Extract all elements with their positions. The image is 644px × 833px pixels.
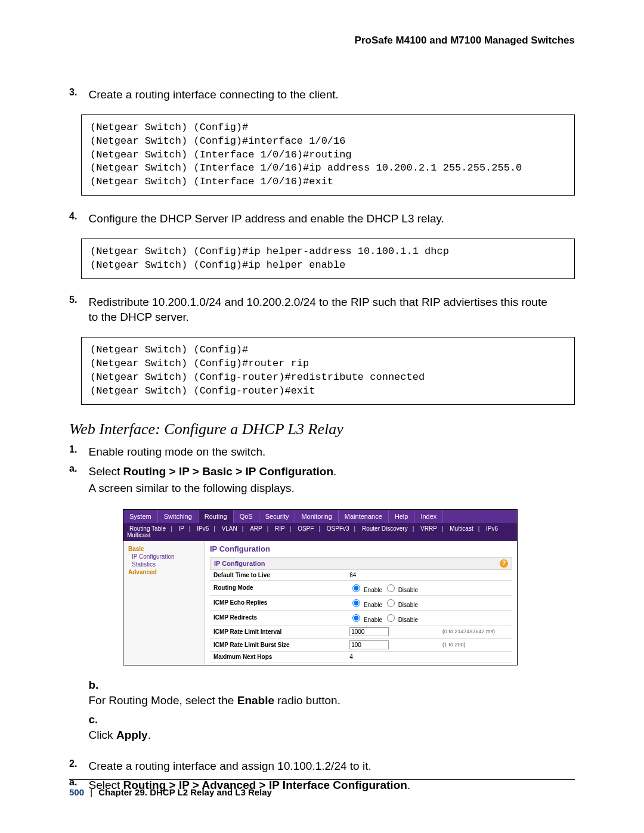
row-label: Maximum Next Hops: [210, 651, 346, 662]
help-icon[interactable]: ?: [500, 559, 508, 568]
radio-disable[interactable]: [387, 584, 395, 592]
text: radio button.: [274, 694, 340, 707]
row-label: ICMP Echo Replies: [210, 595, 346, 610]
text: .: [333, 465, 336, 478]
tab-index[interactable]: Index: [414, 510, 443, 523]
sidebar: Basic IP Configuration Statistics Advanc…: [123, 541, 205, 665]
panel-subtitle: IP Configuration: [214, 560, 265, 567]
steps-list: 3. Create a routing interface connecting…: [69, 87, 575, 103]
step-number: 5.: [69, 295, 86, 305]
tab-monitoring[interactable]: Monitoring: [295, 510, 338, 523]
menu-path: Routing > IP > Basic > IP Configuration: [123, 465, 333, 478]
code-block: (Netgear Switch) (Config)#ip helper-addr…: [81, 239, 575, 279]
sidebar-item-statistics[interactable]: Statistics: [132, 561, 200, 568]
main-tab-bar: System Switching Routing QoS Security Mo…: [123, 510, 517, 523]
panel-title: IP Configuration: [210, 544, 512, 553]
row-value: 64: [346, 570, 439, 581]
radio-label: Disable: [398, 587, 418, 593]
tab-help[interactable]: Help: [389, 510, 415, 523]
hint-text: (1 to 200): [439, 638, 512, 651]
step-number: 2.: [69, 758, 86, 769]
sidebar-group-basic[interactable]: Basic: [128, 546, 200, 552]
step-text: Create a routing interface and assign 10…: [88, 758, 559, 774]
subnav-item[interactable]: VLAN: [222, 525, 237, 532]
bold-term: Apply: [116, 729, 148, 741]
text: For Routing Mode, select the: [88, 694, 237, 707]
subnav-item[interactable]: OSPFv3: [327, 525, 349, 532]
subnav-item[interactable]: VRRP: [420, 525, 437, 532]
rate-burst-input[interactable]: [349, 640, 389, 649]
page-footer: 500 | Chapter 29. DHCP L2 Relay and L3 R…: [69, 779, 575, 797]
section-heading: Web Interface: Configure a DHCP L3 Relay: [69, 420, 575, 438]
page-number: 500: [69, 787, 84, 797]
running-header: ProSafe M4100 and M7100 Managed Switches: [69, 35, 575, 47]
tab-qos[interactable]: QoS: [234, 510, 259, 523]
step-text: Enable routing mode on the switch.: [88, 444, 559, 460]
embedded-screenshot: System Switching Routing QoS Security Mo…: [123, 509, 518, 665]
sub-nav: Routing Table| IP| IPv6| VLAN| ARP| RIP|…: [123, 523, 517, 541]
subnav-item[interactable]: Router Discovery: [362, 525, 408, 532]
substep-letter: a.: [69, 463, 86, 474]
row-label: ICMP Redirects: [210, 610, 346, 625]
code-block: (Netgear Switch) (Config)# (Netgear Swit…: [81, 337, 575, 405]
chapter-title: Chapter 29. DHCP L2 Relay and L3 Relay: [98, 787, 272, 797]
radio-group: Enable Disable: [346, 580, 439, 595]
radio-enable[interactable]: [352, 599, 360, 607]
step-number: 4.: [69, 211, 86, 222]
sidebar-item-ipconfig[interactable]: IP Configuration: [132, 553, 200, 560]
text: Click: [88, 729, 116, 741]
radio-label: Disable: [398, 617, 418, 623]
sidebar-group-advanced[interactable]: Advanced: [128, 569, 200, 575]
substep-text: Select Routing > IP > Basic > IP Configu…: [88, 463, 541, 497]
footer-separator: |: [90, 787, 92, 797]
radio-label: Enable: [364, 587, 382, 593]
radio-disable[interactable]: [387, 599, 395, 607]
document-page: ProSafe M4100 and M7100 Managed Switches…: [0, 0, 644, 833]
step-text: Create a routing interface connecting to…: [88, 87, 559, 103]
tab-routing[interactable]: Routing: [199, 510, 234, 523]
radio-label: Enable: [364, 617, 382, 623]
subnav-item[interactable]: IP: [178, 525, 184, 532]
substep-text: For Routing Mode, select the Enable radi…: [88, 692, 541, 710]
substep-letter: b.: [88, 677, 105, 693]
config-table: Default Time to Live64 Routing Mode Enab…: [210, 570, 512, 662]
subnav-item[interactable]: IPv6: [197, 525, 209, 532]
step-text: Configure the DHCP Server IP address and…: [88, 211, 559, 227]
code-block: (Netgear Switch) (Config)# (Netgear Swit…: [81, 114, 575, 196]
tab-switching[interactable]: Switching: [158, 510, 199, 523]
hint-text: (0 to 2147483647 ms): [439, 625, 512, 638]
subnav-item[interactable]: Multicast: [450, 525, 473, 532]
row-label: ICMP Rate Limit Burst Size: [210, 638, 346, 651]
row-label: Default Time to Live: [210, 570, 346, 581]
subnav-item[interactable]: Routing Table: [129, 525, 166, 532]
tab-maintenance[interactable]: Maintenance: [339, 510, 389, 523]
bold-term: Enable: [237, 694, 274, 707]
step-number: 1.: [69, 444, 86, 455]
tab-security[interactable]: Security: [259, 510, 296, 523]
substep-letter: c.: [88, 712, 105, 727]
row-label: Routing Mode: [210, 580, 346, 595]
config-panel: IP Configuration IP Configuration ? Defa…: [205, 541, 517, 665]
radio-label: Disable: [398, 602, 418, 608]
substep-text: Click Apply.: [88, 727, 541, 744]
text: A screen similar to the following displa…: [88, 482, 294, 494]
radio-enable[interactable]: [352, 584, 360, 592]
radio-disable[interactable]: [387, 614, 395, 622]
row-label: ICMP Rate Limit Interval: [210, 625, 346, 638]
row-value: 4: [346, 651, 439, 662]
subnav-item[interactable]: ARP: [250, 525, 262, 532]
subnav-item[interactable]: RIP: [275, 525, 285, 532]
step-number: 3.: [69, 87, 86, 98]
tab-system[interactable]: System: [123, 510, 158, 523]
radio-enable[interactable]: [352, 614, 360, 622]
radio-label: Enable: [364, 602, 382, 608]
rate-interval-input[interactable]: [349, 627, 389, 636]
subnav-item[interactable]: OSPF: [298, 525, 314, 532]
text: .: [148, 729, 151, 741]
step-text: Redistribute 10.200.1.0/24 and 10.200.2.…: [88, 295, 559, 325]
text: Select: [88, 465, 123, 478]
